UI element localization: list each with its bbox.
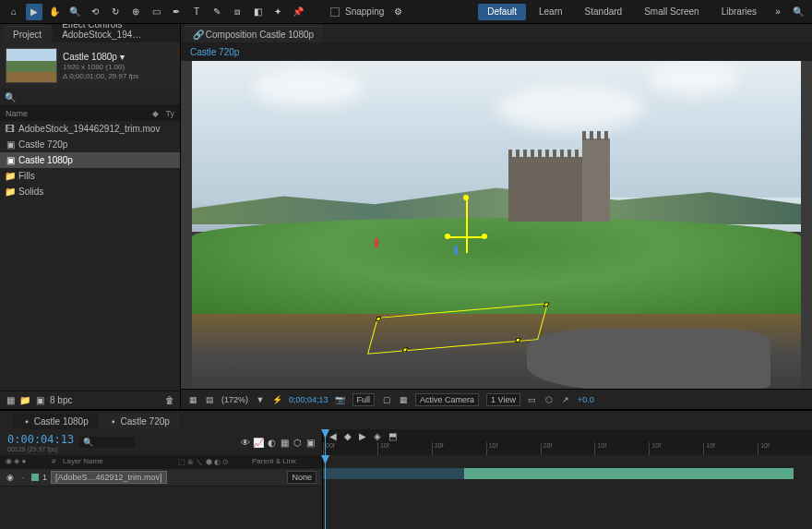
marker-icon[interactable]: ◈: [373, 431, 382, 440]
layer-name[interactable]: [AdobeS…462912_trim.mov]: [51, 471, 167, 484]
fast-preview-icon[interactable]: ⚡: [272, 395, 281, 404]
lock-icon[interactable]: ·: [18, 473, 28, 482]
selection-tool-icon[interactable]: ▶: [26, 4, 42, 20]
roto-tool-icon[interactable]: ✦: [269, 4, 286, 20]
track-area[interactable]: [323, 455, 812, 529]
type-column[interactable]: Ty: [165, 109, 174, 118]
shy-icon[interactable]: 👁: [241, 438, 250, 447]
comp-new-icon[interactable]: ▣: [35, 395, 44, 404]
list-item[interactable]: 📁Solids: [0, 184, 180, 199]
snapping-checkbox[interactable]: [330, 7, 340, 17]
hand-tool-icon[interactable]: ✋: [46, 4, 63, 20]
resolution-dropdown[interactable]: Full: [352, 393, 376, 406]
list-header: Name ◆ Ty: [0, 106, 180, 121]
effect-controls-tab[interactable]: Effect Controls AdobeStock_194…: [53, 24, 180, 42]
workspace-standard[interactable]: Standard: [576, 4, 632, 20]
snapshot-icon[interactable]: 📷: [336, 395, 345, 404]
comp-breadcrumb: Castle 720p: [181, 42, 812, 61]
rotate-tool-icon[interactable]: ↻: [107, 4, 124, 20]
list-item[interactable]: ▣Castle 1080p: [0, 152, 180, 168]
name-column[interactable]: Name: [6, 109, 28, 118]
label-column-icon[interactable]: ◆: [150, 109, 160, 118]
motion-blur-icon[interactable]: ◐: [267, 438, 276, 447]
timecode[interactable]: 0:00:04:13: [7, 433, 74, 446]
timeline-panel: ▪ Castle 1080p ▪ Castle 720p 0:00:04:13 …: [0, 409, 812, 529]
workspace-learn[interactable]: Learn: [530, 4, 572, 20]
timeline-body: ◉ ◈ ● # Layer Name ⬚ ※ ＼ ⬢ ◐ ⊙ Parent & …: [0, 455, 812, 529]
project-tab[interactable]: Project: [4, 26, 51, 42]
share-icon[interactable]: ↗: [561, 395, 570, 404]
trash-icon[interactable]: 🗑: [165, 395, 174, 404]
breadcrumb-item[interactable]: Castle 720p: [190, 47, 239, 57]
puppet-tool-icon[interactable]: 📌: [290, 4, 306, 20]
viewer-time[interactable]: 0;00;04;13: [289, 395, 328, 404]
stamp-tool-icon[interactable]: ⧈: [229, 4, 245, 20]
film-icon: 🎞: [6, 125, 15, 134]
playhead-line[interactable]: [325, 455, 326, 529]
workspace-libraries[interactable]: Libraries: [712, 4, 766, 20]
brush-tool-icon[interactable]: ✎: [209, 4, 225, 20]
orbit-tool-icon[interactable]: ⟲: [87, 4, 103, 20]
home-icon[interactable]: ⌂: [6, 4, 22, 20]
snapping-group: Snapping ⚙: [330, 4, 406, 20]
keyframe-nav-icon[interactable]: ◀: [328, 431, 338, 440]
bpc-label[interactable]: 8 bpc: [50, 395, 72, 405]
timeline-ruler-area[interactable]: ◀ ◆ ▶ ◈ ⬒ 00f 10f 20f 10f 20f 10f 10f 10…: [323, 429, 812, 455]
pen-tool-icon[interactable]: ✒: [168, 4, 185, 20]
roi-icon[interactable]: ▢: [382, 395, 391, 404]
eraser-tool-icon[interactable]: ◧: [249, 4, 266, 20]
camera-dropdown[interactable]: Active Camera: [415, 393, 479, 406]
graph-icon[interactable]: 📈: [254, 438, 263, 447]
comp-marker-icon[interactable]: ⬒: [388, 431, 397, 440]
draft3d-icon[interactable]: ▣: [305, 438, 315, 447]
list-item[interactable]: 📁Fills: [0, 168, 180, 184]
project-search[interactable]: 🔍: [0, 89, 180, 106]
top-toolbar: ⌂ ▶ ✋ 🔍 ⟲ ↻ ⊕ ▭ ✒ T ✎ ⧈ ◧ ✦ 📌 Snapping ⚙…: [0, 0, 812, 24]
asset-thumbnail: [6, 48, 57, 83]
layer-track-bar[interactable]: [323, 468, 794, 479]
zoom-value[interactable]: (172%): [221, 395, 248, 404]
comp-tab[interactable]: 🔗 Composition Castle 1080p: [185, 26, 323, 42]
list-item[interactable]: 🎞AdobeStock_194462912_trim.mov: [0, 121, 180, 137]
viewer-footer: ▦ ▤ (172%) ▼ ⚡ 0;00;04;13 📷 Full ▢ ▦ Act…: [181, 389, 812, 409]
frame-blend-icon[interactable]: ▦: [280, 438, 289, 447]
asset-duration: Δ 0;00;01;00, 29.97 fps: [63, 72, 138, 80]
workspace-default[interactable]: Default: [478, 4, 526, 20]
alpha-icon[interactable]: ▦: [188, 395, 197, 404]
interpret-icon[interactable]: ▦: [6, 395, 15, 404]
visibility-icon[interactable]: ◉: [6, 473, 15, 482]
rect-tool-icon[interactable]: ▭: [148, 4, 164, 20]
time-ruler[interactable]: 00f 10f 20f 10f 20f 10f 10f 10f 10f: [323, 442, 812, 455]
views-dropdown[interactable]: 1 View: [486, 393, 520, 406]
timeline-search[interactable]: [79, 437, 135, 448]
anchor-tool-icon[interactable]: ⊕: [127, 4, 144, 20]
3d-icon[interactable]: ⬡: [544, 395, 554, 404]
folder-new-icon[interactable]: 📁: [20, 395, 30, 404]
list-item[interactable]: ▣Castle 720p: [0, 137, 180, 152]
workspace-switcher: Default Learn Standard Small Screen Libr…: [478, 4, 806, 20]
layer-row[interactable]: ◉ · 1 [AdobeS…462912_trim.mov] None: [0, 469, 322, 487]
zoom-tool-icon[interactable]: 🔍: [66, 4, 83, 20]
pixel-aspect-icon[interactable]: ▭: [528, 395, 537, 404]
playhead[interactable]: [325, 429, 326, 455]
label-color[interactable]: [31, 474, 39, 481]
snap-options-icon[interactable]: ⚙: [389, 4, 406, 20]
project-list: 🎞AdobeStock_194462912_trim.mov ▣Castle 7…: [0, 121, 180, 199]
timeline-tab[interactable]: ▪ Castle 720p: [100, 414, 179, 429]
res-icon[interactable]: ▼: [256, 395, 265, 404]
search-icon[interactable]: 🔍: [790, 4, 806, 20]
comp-tabs: 🔗 Composition Castle 1080p: [181, 24, 812, 42]
grid-icon[interactable]: ▤: [205, 395, 214, 404]
timeline-tab[interactable]: ▪ Castle 1080p: [13, 414, 98, 429]
transform-gizmo[interactable]: [448, 198, 484, 253]
text-tool-icon[interactable]: T: [188, 4, 205, 20]
workspace-small[interactable]: Small Screen: [635, 4, 708, 20]
composition-viewer[interactable]: [181, 61, 812, 389]
exposure-value[interactable]: +0.0: [578, 395, 594, 404]
workspace-more-icon[interactable]: »: [770, 4, 786, 20]
parent-dropdown[interactable]: None: [287, 471, 316, 484]
3d-layer-icon[interactable]: ⬡: [293, 438, 302, 447]
keyframe-nav-icon[interactable]: ▶: [358, 431, 367, 440]
add-keyframe-icon[interactable]: ◆: [343, 431, 352, 440]
transparency-icon[interactable]: ▦: [399, 395, 408, 404]
